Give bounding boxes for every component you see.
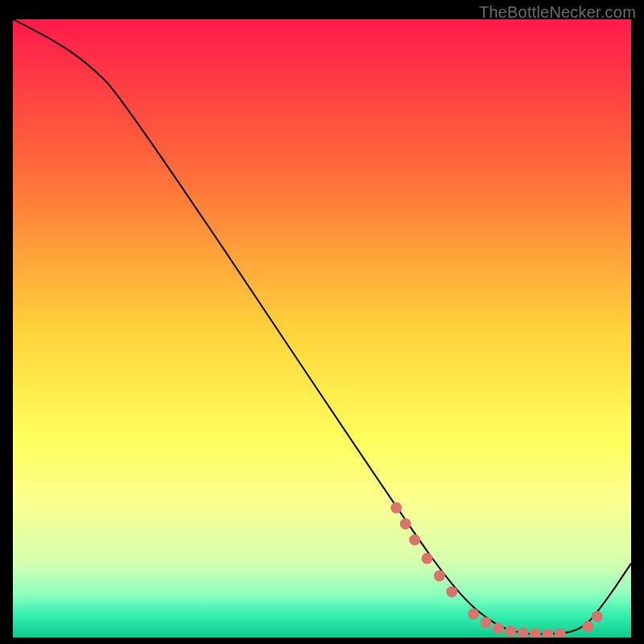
chart-stage: TheBottleNecker.com [0, 0, 644, 644]
chart-svg [13, 19, 631, 638]
data-marker [481, 617, 492, 629]
data-marker [409, 535, 420, 546]
data-marker [592, 611, 603, 622]
data-marker [493, 622, 504, 634]
data-marker [434, 570, 445, 581]
data-marker [505, 625, 516, 637]
data-marker [422, 553, 433, 564]
data-marker [390, 502, 402, 514]
data-marker [468, 609, 479, 620]
data-marker [582, 621, 593, 632]
data-marker [446, 586, 457, 597]
chart-background [13, 19, 631, 638]
data-marker [400, 518, 411, 530]
